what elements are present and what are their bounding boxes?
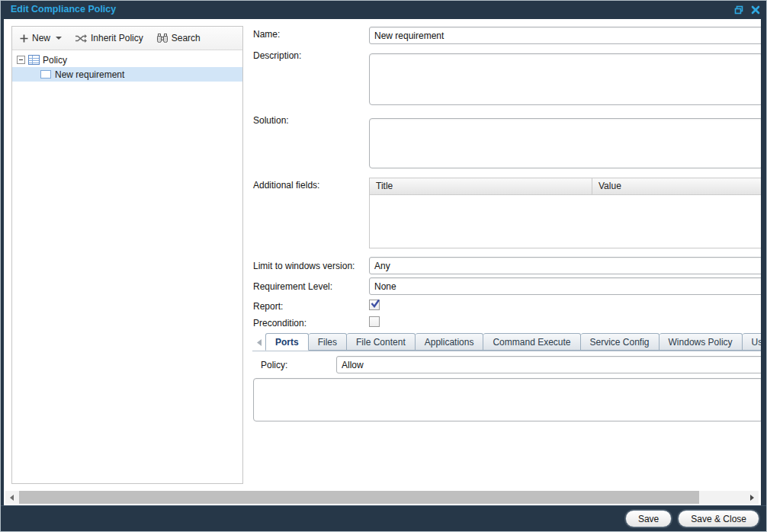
- chevron-down-icon: [56, 37, 62, 40]
- windows-version-combo[interactable]: [369, 257, 761, 274]
- tab-windows-policy[interactable]: Windows Policy: [659, 333, 743, 351]
- report-label: Report:: [253, 301, 283, 312]
- tab-command-execute[interactable]: Command Execute: [483, 333, 580, 351]
- additional-fields-table[interactable]: Title Value: [369, 178, 761, 248]
- edit-compliance-policy-dialog: Edit Compliance Policy New Inherit Poli: [0, 0, 767, 532]
- tab-file-content[interactable]: File Content: [347, 333, 416, 351]
- requirement-level-combo[interactable]: [369, 277, 761, 295]
- new-button-label: New: [32, 33, 50, 43]
- check-icon: [370, 298, 380, 309]
- tab-service-config[interactable]: Service Config: [581, 333, 659, 351]
- table-icon: [28, 55, 40, 65]
- tree-toolbar: New Inherit Policy Search: [12, 27, 242, 50]
- tab-ports[interactable]: Ports: [265, 333, 309, 351]
- additional-fields-label: Additional fields:: [253, 180, 319, 191]
- tree-node-new-requirement-label: New requirement: [55, 69, 124, 80]
- report-checkbox[interactable]: [369, 300, 380, 310]
- solution-label: Solution:: [253, 115, 289, 126]
- requirement-level-label: Requirement Level:: [253, 281, 332, 292]
- search-button-label: Search: [172, 33, 201, 43]
- tree-node-new-requirement[interactable]: New requirement: [12, 67, 242, 82]
- inherit-policy-label: Inherit Policy: [91, 33, 143, 43]
- policy-label: Policy:: [261, 360, 287, 370]
- requirement-tree-panel: New Inherit Policy Search Policy: [11, 26, 243, 484]
- name-input[interactable]: [369, 27, 761, 44]
- name-label: Name:: [253, 29, 280, 40]
- save-button[interactable]: Save: [625, 510, 672, 527]
- additional-fields-header: Title Value: [370, 178, 761, 195]
- precondition-checkbox[interactable]: [369, 316, 380, 327]
- arrow-left-icon[interactable]: [5, 491, 18, 504]
- search-button[interactable]: Search: [156, 30, 202, 46]
- requirement-icon: [40, 70, 51, 79]
- column-header-title[interactable]: Title: [370, 178, 592, 194]
- horizontal-scrollbar[interactable]: [5, 491, 759, 504]
- tree-node-policy[interactable]: Policy: [12, 53, 242, 67]
- tab-files[interactable]: Files: [309, 333, 347, 351]
- inherit-policy-button[interactable]: Inherit Policy: [74, 30, 145, 46]
- tab-applications[interactable]: Applications: [416, 333, 484, 351]
- requirement-tab-strip: Ports Files File Content Applications Co…: [252, 333, 761, 351]
- plus-icon: [20, 34, 28, 43]
- save-and-close-button[interactable]: Save & Close: [678, 510, 759, 527]
- column-header-value[interactable]: Value: [592, 178, 761, 194]
- arrow-right-icon[interactable]: [746, 491, 759, 504]
- precondition-label: Precondition:: [253, 318, 306, 328]
- chevron-left-icon[interactable]: [252, 334, 265, 351]
- collapse-icon[interactable]: [17, 56, 25, 64]
- additional-fields-body[interactable]: [370, 195, 761, 248]
- policy-tree: Policy New requirement: [12, 50, 242, 82]
- ports-entries-textarea[interactable]: [253, 378, 761, 421]
- new-button[interactable]: New: [18, 30, 63, 46]
- restore-icon[interactable]: [733, 5, 743, 14]
- dialog-content: New Inherit Policy Search Policy: [4, 19, 761, 505]
- solution-textarea[interactable]: [369, 118, 761, 168]
- policy-combo[interactable]: [336, 356, 761, 373]
- title-bar: Edit Compliance Policy: [1, 1, 766, 19]
- dialog-footer: Save Save & Close: [1, 505, 766, 531]
- tree-node-policy-label: Policy: [43, 55, 67, 66]
- shuffle-icon: [75, 34, 87, 43]
- scrollbar-thumb[interactable]: [19, 491, 699, 504]
- tab-user-right-constraint[interactable]: User Right Constraint: [743, 333, 761, 351]
- close-icon[interactable]: [750, 5, 760, 14]
- binoculars-icon: [157, 34, 168, 43]
- windows-version-label: Limit to windows version:: [253, 261, 355, 271]
- dialog-title: Edit Compliance Policy: [11, 4, 116, 14]
- description-textarea[interactable]: [369, 53, 761, 105]
- description-label: Description:: [253, 50, 301, 61]
